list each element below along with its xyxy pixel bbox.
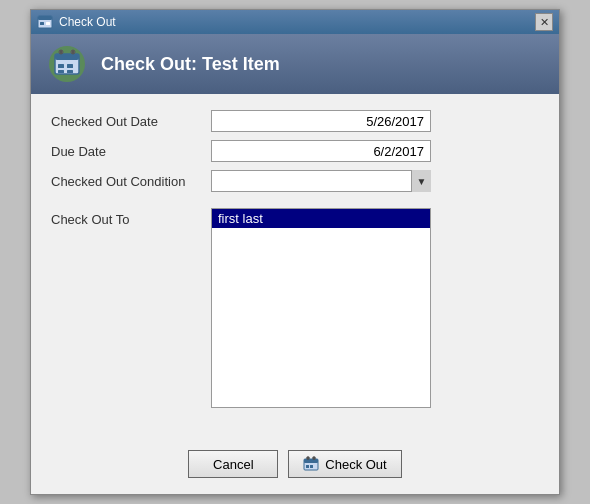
check-out-dialog: Check Out ✕ Check Out: Test Item Checked… [30, 9, 560, 495]
due-date-input[interactable] [211, 140, 431, 162]
dialog-icon [47, 44, 87, 84]
cancel-label: Cancel [213, 457, 253, 472]
svg-rect-13 [60, 50, 62, 54]
svg-point-19 [307, 457, 310, 460]
svg-rect-3 [46, 22, 50, 25]
due-date-label: Due Date [51, 144, 211, 159]
checked-out-condition-row: Checked Out Condition Good Fair Poor ▼ [51, 170, 539, 192]
dialog-footer: Cancel Check Out [31, 440, 559, 494]
checked-out-condition-label: Checked Out Condition [51, 174, 211, 189]
svg-rect-8 [67, 64, 73, 68]
checked-out-condition-select[interactable]: Good Fair Poor [211, 170, 431, 192]
title-bar-left: Check Out [37, 14, 116, 30]
checked-out-date-row: Checked Out Date [51, 110, 539, 132]
checkout-button[interactable]: Check Out [288, 450, 401, 478]
checkout-label: Check Out [325, 457, 386, 472]
svg-rect-9 [58, 70, 64, 73]
svg-rect-2 [40, 22, 44, 25]
checkout-to-list[interactable]: first last [211, 208, 431, 408]
checked-out-date-label: Checked Out Date [51, 114, 211, 129]
svg-rect-1 [38, 16, 52, 20]
checkout-to-selected-item[interactable]: first last [212, 209, 430, 228]
checkout-icon [303, 456, 319, 472]
checked-out-date-input[interactable] [211, 110, 431, 132]
svg-rect-10 [67, 70, 73, 73]
dialog-header: Check Out: Test Item [31, 34, 559, 94]
checkout-to-label: Check Out To [51, 208, 211, 227]
svg-rect-17 [306, 465, 309, 468]
due-date-row: Due Date [51, 140, 539, 162]
dialog-title: Check Out: Test Item [101, 54, 280, 75]
dialog-body: Checked Out Date Due Date Checked Out Co… [31, 94, 559, 440]
title-bar: Check Out ✕ [31, 10, 559, 34]
checkout-to-section: Check Out To first last [51, 208, 539, 408]
title-bar-text: Check Out [59, 15, 116, 29]
svg-point-20 [313, 457, 316, 460]
cancel-button[interactable]: Cancel [188, 450, 278, 478]
svg-rect-7 [58, 64, 64, 68]
svg-rect-6 [55, 54, 79, 60]
svg-rect-16 [304, 459, 318, 463]
svg-rect-14 [72, 50, 74, 54]
window-icon [37, 14, 53, 30]
checked-out-condition-wrapper: Good Fair Poor ▼ [211, 170, 431, 192]
svg-rect-18 [310, 465, 313, 468]
close-button[interactable]: ✕ [535, 13, 553, 31]
